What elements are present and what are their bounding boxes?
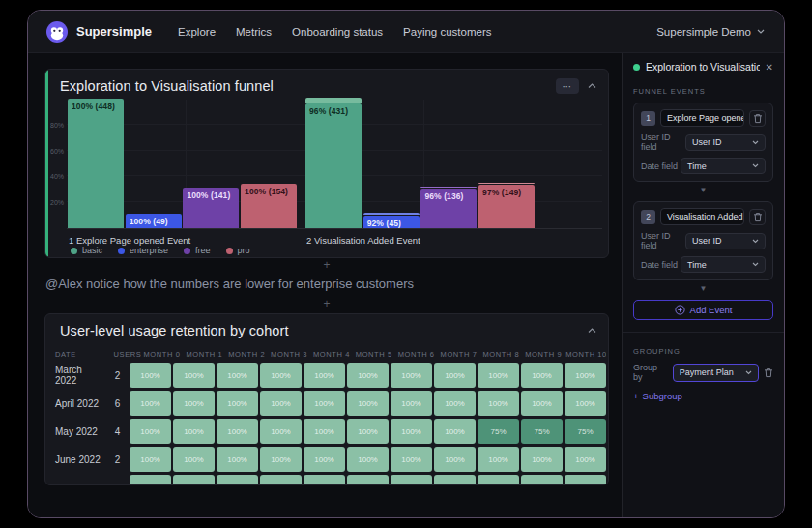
funnel-bar-enterprise[interactable]: 100% (49) <box>126 214 182 228</box>
retention-cell[interactable]: 100% <box>478 447 519 472</box>
legend-item-free[interactable]: free <box>184 246 211 255</box>
trash-icon[interactable] <box>749 110 766 127</box>
retention-cell[interactable]: 100% <box>565 475 606 485</box>
retention-cell[interactable]: 100% <box>565 447 606 472</box>
event-name-input[interactable]: Explore Page opened Event <box>660 109 744 127</box>
retention-cell[interactable]: 100% <box>347 419 389 444</box>
retention-cell[interactable]: 100% <box>130 391 171 416</box>
retention-cell[interactable]: 100% <box>391 447 432 472</box>
close-icon[interactable]: ✕ <box>766 62 773 73</box>
retention-cell[interactable]: 100% <box>173 447 215 472</box>
group-by-select[interactable]: Payment Plan <box>673 364 759 382</box>
insert-block-button[interactable]: + <box>44 297 609 310</box>
retention-cell[interactable]: 100% <box>347 391 389 416</box>
retention-cell[interactable]: 100% <box>260 447 302 472</box>
nav-item[interactable]: Onboarding status <box>292 26 383 38</box>
field-select[interactable]: User ID <box>685 134 766 151</box>
retention-cell[interactable]: 100% <box>478 391 519 416</box>
retention-cell[interactable]: 100% <box>304 447 345 472</box>
legend-item-enterprise[interactable]: enterprise <box>118 246 168 255</box>
retention-cell[interactable]: 100% <box>434 447 476 472</box>
funnel-bar-pro[interactable]: 100% (154) <box>241 184 297 228</box>
legend-item-basic[interactable]: basic <box>71 246 102 255</box>
select-value: User ID <box>692 137 722 147</box>
retention-cell[interactable]: 100% <box>304 363 345 388</box>
field-label: Date field <box>641 161 678 171</box>
retention-cell[interactable]: 100% <box>478 475 519 485</box>
comment-text[interactable]: @Alex notice how the numbers are lower f… <box>45 277 610 291</box>
funnel-plot: 100% (448)96% (431)100% (49)92% (45)100%… <box>67 100 602 229</box>
retention-cell[interactable]: 100% <box>130 419 171 444</box>
retention-cell[interactable]: 100% <box>391 391 432 416</box>
funnel-bar-pro[interactable]: 97% (149) <box>478 185 535 228</box>
retention-cell[interactable]: 100% <box>391 363 432 388</box>
retention-cell[interactable]: 100% <box>304 475 345 485</box>
retention-cell[interactable]: 100% <box>391 419 432 444</box>
funnel-bar-free[interactable]: 96% (136) <box>420 189 477 228</box>
retention-cell[interactable]: 100% <box>434 363 476 388</box>
nav-item[interactable]: Metrics <box>236 26 272 38</box>
insert-block-button[interactable]: + <box>44 258 609 272</box>
retention-cell[interactable]: 100% <box>391 475 432 485</box>
retention-cell[interactable]: 100% <box>347 363 389 388</box>
retention-cell[interactable]: 100% <box>434 419 476 444</box>
retention-cell[interactable]: 100% <box>347 475 389 485</box>
funnel-bar-free[interactable]: 100% (141) <box>183 188 239 228</box>
retention-cell[interactable]: 100% <box>173 419 215 444</box>
retention-cell[interactable]: 100% <box>130 475 171 485</box>
more-options-button[interactable]: ⋯ <box>556 78 579 94</box>
retention-cell[interactable]: 100% <box>565 363 606 388</box>
field-select[interactable]: Time <box>681 158 766 174</box>
retention-cell[interactable]: 100% <box>173 363 215 388</box>
funnel-bar-basic[interactable]: 96% (431) <box>305 103 362 228</box>
retention-cell[interactable]: 75% <box>478 419 519 444</box>
trash-icon[interactable] <box>764 367 773 378</box>
nav-item[interactable]: Paying customers <box>403 26 491 38</box>
retention-cell[interactable]: 100% <box>304 391 345 416</box>
retention-cell[interactable]: 100% <box>217 363 258 388</box>
legend-label: enterprise <box>130 246 168 255</box>
funnel-bar-enterprise[interactable]: 92% (45) <box>363 216 420 228</box>
retention-cell[interactable]: 100% <box>260 475 302 485</box>
retention-cell[interactable]: 100% <box>130 363 171 388</box>
retention-cell[interactable]: 100% <box>260 419 302 444</box>
collapse-chevron-up-icon[interactable] <box>588 328 596 334</box>
field-select[interactable]: User ID <box>685 233 766 249</box>
retention-cell[interactable]: 100% <box>478 363 519 388</box>
retention-cell[interactable]: 100% <box>173 475 215 485</box>
retention-cell[interactable]: 100% <box>217 447 258 472</box>
nav-item[interactable]: Explore <box>178 26 216 38</box>
retention-cell[interactable]: 100% <box>260 391 302 416</box>
retention-cell[interactable]: 100% <box>304 419 345 444</box>
chevron-down-icon <box>752 239 759 244</box>
retention-cell[interactable]: 100% <box>217 419 258 444</box>
retention-cell[interactable]: 100% <box>347 447 389 472</box>
retention-cell[interactable]: 100% <box>434 391 476 416</box>
retention-cell[interactable]: 100% <box>521 475 563 485</box>
funnel-bar-basic[interactable]: 100% (448) <box>68 99 124 228</box>
retention-cell[interactable]: 100% <box>217 391 258 416</box>
funnel-chart-panel: Exploration to Visualisation funnel ⋯ 10… <box>44 69 609 258</box>
retention-cell[interactable]: 100% <box>130 447 171 472</box>
select-value: Time <box>687 260 707 270</box>
legend-item-pro[interactable]: pro <box>226 246 250 255</box>
retention-cell[interactable]: 100% <box>521 391 563 416</box>
retention-cell[interactable]: 100% <box>434 475 476 485</box>
add-subgroup-button[interactable]: + Subgroup <box>633 391 773 401</box>
legend-label: basic <box>82 246 102 255</box>
collapse-chevron-up-icon[interactable] <box>588 83 596 89</box>
add-event-button[interactable]: Add Event <box>633 300 773 320</box>
retention-cell[interactable]: 75% <box>521 419 563 444</box>
retention-cell[interactable]: 100% <box>565 391 606 416</box>
retention-cell[interactable]: 100% <box>260 363 302 388</box>
trash-icon[interactable] <box>749 209 766 225</box>
retention-cell[interactable]: 75% <box>565 419 606 444</box>
retention-cell[interactable]: 100% <box>521 363 563 388</box>
retention-cell[interactable]: 100% <box>173 391 215 416</box>
field-select[interactable]: Time <box>681 256 766 273</box>
event-name-input[interactable]: Visualisation Added Event <box>660 208 744 225</box>
retention-cell[interactable]: 100% <box>217 475 258 485</box>
legend-label: free <box>195 246 211 255</box>
account-menu[interactable]: Supersimple Demo <box>656 26 765 38</box>
retention-cell[interactable]: 100% <box>521 447 563 472</box>
